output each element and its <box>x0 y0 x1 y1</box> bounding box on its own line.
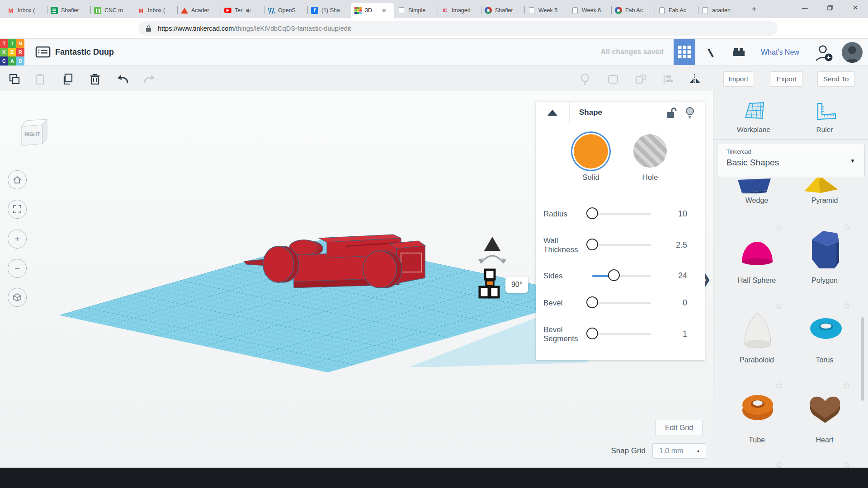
duplicate-icon[interactable] <box>60 71 75 87</box>
window-close-button[interactable]: ✕ <box>843 0 868 15</box>
dashboard-grid-button[interactable] <box>674 39 695 65</box>
favorite-star-icon[interactable]: ☆ <box>842 460 852 468</box>
shape-item-pyramid[interactable] <box>804 178 840 195</box>
tab-academy[interactable]: Acader <box>177 3 221 18</box>
tab-cnc[interactable]: CNC m <box>90 3 134 18</box>
tab-fabac-1[interactable]: Fab Ac <box>611 3 655 18</box>
favorite-star-icon[interactable]: ☆ <box>774 460 784 468</box>
tab-acaden[interactable]: acaden <box>698 3 741 18</box>
copy-icon[interactable] <box>7 71 22 87</box>
slider-handle[interactable] <box>586 296 598 308</box>
delete-icon[interactable] <box>87 71 103 87</box>
align-icon[interactable] <box>660 71 676 87</box>
tab-week6[interactable]: Week 6 <box>568 3 611 18</box>
snap-grid-select[interactable]: 1.0 mm ▲ <box>652 443 706 459</box>
shape-item-wedge[interactable] <box>737 178 772 195</box>
window-minimize-button[interactable]: — <box>792 0 817 15</box>
radius-slider[interactable] <box>592 213 651 215</box>
shape-item-polygon[interactable] <box>807 226 843 275</box>
favorite-star-icon[interactable]: ☆ <box>774 380 784 390</box>
tab-sheets[interactable]: Shafier <box>47 3 90 18</box>
ruler-tool-label: Ruler <box>804 126 845 134</box>
omnibox[interactable]: https://www.tinkercad.com/things/leKiVdb… <box>138 21 778 36</box>
home-view-button[interactable] <box>8 170 27 189</box>
tab-inbox-1[interactable]: Inbox ( <box>4 3 47 18</box>
redo-icon[interactable] <box>142 71 157 87</box>
shape-category-dropdown[interactable]: Tinkercad Basic Shapes ▼ <box>717 144 865 177</box>
rotate-cone-handle[interactable] <box>483 237 502 251</box>
slider-handle[interactable] <box>586 328 598 339</box>
export-button[interactable]: Export <box>771 71 802 87</box>
slider-handle[interactable] <box>586 207 598 219</box>
send-to-button[interactable]: Send To <box>817 71 854 87</box>
shape-item-paraboloid[interactable] <box>742 312 774 353</box>
tab-label: Simple <box>408 7 425 14</box>
window-restore-button[interactable] <box>817 0 843 15</box>
lego-brick-icon[interactable] <box>731 46 746 58</box>
wall-thickness-value: 2.5 <box>660 240 687 250</box>
sides-slider[interactable] <box>592 275 651 277</box>
perspective-view-button[interactable] <box>8 288 27 307</box>
design-title[interactable]: Fantastic Duup <box>55 47 114 57</box>
model-red-car[interactable] <box>242 233 432 298</box>
ruler-tool-icon[interactable] <box>816 102 836 123</box>
tab-imaged[interactable]: Imaged <box>438 3 481 18</box>
zoom-in-button[interactable]: + <box>8 230 27 249</box>
design-menu-icon[interactable] <box>35 46 51 60</box>
tab-tinkercad-active[interactable]: 3D ✕ <box>351 3 394 18</box>
slider-handle[interactable] <box>586 239 598 250</box>
tab-audio-icon[interactable] <box>245 8 251 14</box>
hole-swatch[interactable] <box>633 134 667 168</box>
whats-new-link[interactable]: What's New <box>761 48 799 56</box>
group-icon[interactable] <box>605 71 621 87</box>
grid-icon <box>678 46 691 58</box>
shape-item-torus[interactable] <box>809 317 843 342</box>
favorite-star-icon[interactable]: ☆ <box>774 222 784 232</box>
favorite-star-icon[interactable]: ☆ <box>842 222 852 232</box>
tab-openscad[interactable]: OpenS <box>264 3 307 18</box>
edit-grid-button[interactable]: Edit Grid <box>656 420 703 436</box>
workplane-tool-icon[interactable] <box>744 101 764 123</box>
shape-item-heart[interactable] <box>807 393 843 425</box>
view-cube[interactable]: RIGHT <box>17 115 51 150</box>
visibility-bulb-icon[interactable] <box>685 107 695 121</box>
fit-view-button[interactable] <box>8 200 27 219</box>
bevel-slider[interactable] <box>592 302 651 304</box>
tab-simple[interactable]: Simple <box>394 3 438 18</box>
invite-person-icon[interactable] <box>814 43 834 64</box>
tab-inbox-2[interactable]: Inbox ( <box>134 3 177 18</box>
favorite-star-icon[interactable]: ☆ <box>842 380 852 390</box>
tinkercad-logo[interactable]: T I N K E R C A D <box>0 39 24 66</box>
user-avatar[interactable] <box>842 42 863 63</box>
ungroup-icon[interactable] <box>633 71 648 87</box>
solid-swatch[interactable] <box>571 131 611 171</box>
minecraft-pickaxe-icon[interactable] <box>702 46 716 58</box>
unlock-icon[interactable] <box>666 107 677 121</box>
bevel-segments-slider[interactable] <box>592 333 651 335</box>
favorite-star-icon[interactable]: ☆ <box>774 301 784 311</box>
favorite-star-icon[interactable]: ☆ <box>842 301 852 311</box>
wall-thickness-slider[interactable] <box>592 244 651 246</box>
tab-close-icon[interactable]: ✕ <box>382 7 387 14</box>
bevel-value: 0 <box>660 298 687 308</box>
shapes-sidebar: Workplane Ruler Tinkercad Basic Shapes ▼… <box>713 91 868 468</box>
tab-fabac-2[interactable]: Fab Ac <box>655 3 698 18</box>
tab-week5[interactable]: Week 5 <box>524 3 568 18</box>
undo-icon[interactable] <box>115 71 131 87</box>
mirror-icon[interactable] <box>687 71 703 87</box>
light-mode-icon[interactable] <box>577 71 593 87</box>
tab-shafier-wiki[interactable]: Shafier <box>481 3 524 18</box>
import-button[interactable]: Import <box>723 71 753 87</box>
padlock-icon[interactable] <box>146 25 151 32</box>
slider-handle[interactable] <box>608 269 620 281</box>
shape-item-half-sphere[interactable] <box>741 239 774 268</box>
tab-youtube[interactable]: Ter <box>221 3 264 18</box>
sidebar-scrollbar[interactable] <box>861 317 864 401</box>
new-tab-button[interactable]: + <box>748 4 760 14</box>
zoom-out-button[interactable]: − <box>8 259 27 278</box>
paste-icon[interactable] <box>32 71 47 87</box>
panel-collapse-button[interactable] <box>536 102 570 124</box>
shape-item-tube[interactable] <box>741 393 774 425</box>
rotate-arrow-handle[interactable] <box>477 252 507 267</box>
tab-facebook[interactable]: (1) Sha <box>307 3 351 18</box>
